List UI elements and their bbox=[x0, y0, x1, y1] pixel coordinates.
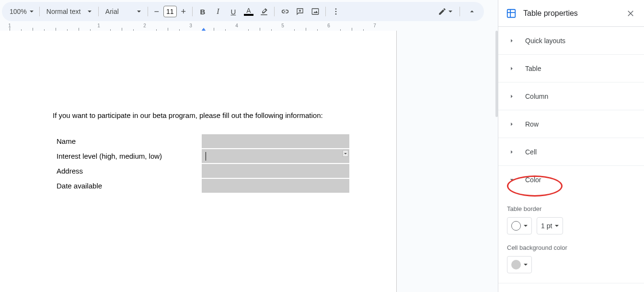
section-column[interactable]: Column bbox=[498, 82, 644, 110]
panel-title: Table properties bbox=[523, 9, 618, 18]
divider bbox=[148, 7, 148, 16]
form-table[interactable]: Name Interest level (high, medium, low) … bbox=[53, 134, 350, 193]
bold-button[interactable]: B bbox=[196, 4, 210, 19]
text-color-button[interactable]: A bbox=[242, 4, 256, 19]
style-label: Normal text bbox=[46, 8, 81, 15]
comment-plus-icon bbox=[296, 7, 304, 16]
image-icon bbox=[311, 7, 320, 16]
section-label: Table bbox=[525, 65, 541, 72]
table-row[interactable]: Interest level (high, medium, low) bbox=[53, 149, 350, 164]
insert-link-button[interactable] bbox=[277, 4, 292, 19]
link-icon bbox=[280, 7, 289, 16]
caret-icon bbox=[30, 11, 34, 12]
increase-font-size-button[interactable]: + bbox=[178, 4, 189, 19]
chevron-right-icon bbox=[507, 121, 517, 128]
caret-icon bbox=[448, 11, 452, 12]
section-table[interactable]: Table bbox=[498, 55, 644, 82]
zoom-value: 100% bbox=[10, 8, 27, 15]
close-panel-button[interactable] bbox=[625, 8, 636, 19]
font-label: Arial bbox=[105, 8, 119, 15]
more-button[interactable] bbox=[329, 4, 343, 19]
section-color-body: Table border 1 pt Cell background color bbox=[498, 194, 644, 283]
table-row[interactable]: Date available bbox=[53, 178, 350, 193]
table-row[interactable]: Name bbox=[53, 134, 350, 149]
ruler-tick-label: 3 bbox=[189, 23, 192, 28]
field-label[interactable]: Name bbox=[53, 134, 201, 149]
highlight-button[interactable] bbox=[257, 4, 271, 19]
cell-dropdown-button[interactable] bbox=[343, 150, 348, 157]
paragraph-style-select[interactable]: Normal text bbox=[43, 4, 95, 19]
field-input[interactable] bbox=[201, 164, 350, 178]
ruler-tick-label: 5 bbox=[281, 23, 284, 28]
font-family-select[interactable]: Arial bbox=[102, 4, 145, 19]
table-row[interactable]: Address bbox=[53, 164, 350, 178]
section-quick-layouts[interactable]: Quick layouts bbox=[498, 27, 644, 55]
field-label[interactable]: Interest level (high, medium, low) bbox=[53, 149, 201, 164]
ruler-tick-label: 6 bbox=[327, 23, 330, 28]
table-icon bbox=[506, 8, 517, 19]
toolbar: 100% Normal text Arial − + B I U A bbox=[2, 2, 484, 21]
cell-bg-color-select[interactable] bbox=[507, 256, 532, 273]
underline-button[interactable]: U bbox=[226, 4, 241, 19]
text-cursor bbox=[206, 152, 206, 161]
cell-bg-label: Cell background color bbox=[507, 244, 635, 251]
chevron-right-icon bbox=[507, 37, 517, 44]
intro-text[interactable]: If you want to participate in our beta p… bbox=[53, 111, 350, 119]
divider bbox=[98, 7, 99, 16]
ruler[interactable]: 1 1 2 3 4 5 6 7 bbox=[0, 23, 495, 31]
section-label: Row bbox=[525, 120, 539, 128]
table-border-label: Table border bbox=[507, 205, 635, 212]
svg-rect-4 bbox=[507, 9, 516, 17]
field-label[interactable]: Date available bbox=[53, 178, 201, 193]
section-label: Cell bbox=[525, 148, 537, 156]
field-input[interactable] bbox=[201, 149, 350, 164]
chevron-right-icon bbox=[507, 93, 517, 100]
caret-icon bbox=[88, 11, 92, 12]
svg-point-2 bbox=[335, 11, 336, 12]
field-input[interactable] bbox=[201, 178, 350, 193]
panel-header: Table properties bbox=[498, 0, 644, 27]
chevron-right-icon bbox=[507, 65, 517, 72]
highlighter-icon bbox=[260, 7, 268, 16]
color-swatch-icon bbox=[511, 221, 521, 231]
ruler-tick-label: 1 bbox=[97, 23, 100, 28]
font-size-input[interactable] bbox=[163, 6, 177, 17]
collapse-toolbar-button[interactable] bbox=[465, 4, 479, 19]
insert-image-button[interactable] bbox=[308, 4, 322, 19]
section-label: Column bbox=[525, 93, 548, 100]
field-input[interactable] bbox=[201, 134, 350, 149]
section-row[interactable]: Row bbox=[498, 110, 644, 138]
divider bbox=[460, 7, 460, 16]
section-color[interactable]: Color bbox=[498, 166, 644, 194]
decrease-font-size-button[interactable]: − bbox=[151, 4, 162, 19]
chevron-down-icon bbox=[507, 176, 517, 183]
more-vert-icon bbox=[332, 7, 340, 16]
border-color-select[interactable] bbox=[507, 217, 532, 234]
ruler-tick-label: 2 bbox=[143, 23, 146, 28]
field-label[interactable]: Address bbox=[53, 164, 201, 178]
document-canvas: If you want to participate in our beta p… bbox=[0, 31, 495, 292]
svg-point-1 bbox=[335, 8, 336, 10]
svg-rect-0 bbox=[312, 9, 319, 14]
ruler-tick-label: 4 bbox=[235, 23, 238, 28]
editing-mode-button[interactable] bbox=[436, 4, 455, 19]
section-cell[interactable]: Cell bbox=[498, 138, 644, 166]
divider bbox=[39, 7, 40, 16]
toolbar-right bbox=[436, 4, 479, 19]
caret-icon bbox=[555, 225, 559, 227]
svg-point-3 bbox=[335, 13, 336, 15]
chevron-up-icon bbox=[468, 7, 476, 16]
zoom-select[interactable]: 100% bbox=[7, 4, 36, 19]
page[interactable]: If you want to participate in our beta p… bbox=[0, 31, 397, 292]
color-swatch-icon bbox=[511, 260, 521, 269]
caret-icon bbox=[524, 264, 528, 266]
table-properties-panel: Table properties Quick layouts Table Col… bbox=[498, 0, 644, 292]
italic-button[interactable]: I bbox=[211, 4, 225, 19]
chevron-right-icon bbox=[507, 149, 517, 155]
section-label: Color bbox=[525, 176, 541, 184]
border-width-value: 1 pt bbox=[541, 222, 552, 230]
section-label: Quick layouts bbox=[525, 37, 565, 45]
add-comment-button[interactable] bbox=[293, 4, 307, 19]
ruler-tick-label: 7 bbox=[373, 23, 376, 28]
border-width-select[interactable]: 1 pt bbox=[537, 217, 563, 234]
